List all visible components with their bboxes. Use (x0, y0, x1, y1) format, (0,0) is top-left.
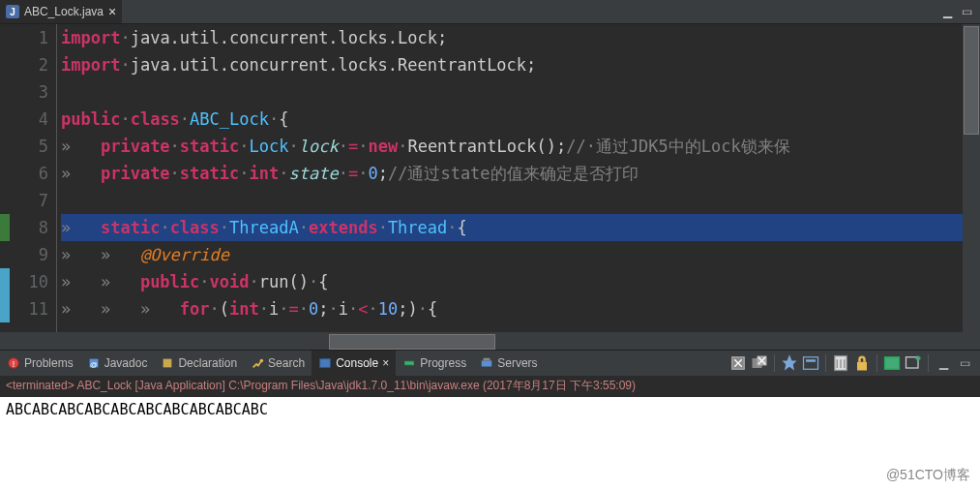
panel-tab-label: Progress (420, 356, 466, 370)
svg-rect-9 (484, 358, 490, 361)
panel-tab-label: Servers (497, 356, 537, 370)
panel-tab-search[interactable]: Search (244, 351, 312, 376)
svg-rect-8 (482, 360, 492, 366)
remove-launch-icon[interactable] (728, 353, 748, 373)
line-number: 9 (0, 241, 48, 268)
svg-rect-4 (163, 359, 172, 368)
java-file-icon: J (6, 5, 19, 18)
svg-text:!: ! (13, 359, 15, 369)
panel-tab-label: Search (268, 356, 305, 370)
panel-tab-progress[interactable]: Progress (396, 351, 473, 376)
vertical-scrollbar[interactable] (963, 24, 980, 332)
code-line[interactable]: public·class·ABC_Lock·{ (61, 106, 963, 133)
clear-console-icon[interactable] (831, 353, 850, 373)
code-line[interactable]: » private·static·int·state·=·0;//通过state… (61, 160, 963, 187)
window-buttons: ▁ ▭ (939, 5, 980, 18)
console-status: <terminated> ABC_Lock [Java Application]… (0, 376, 980, 397)
panel-tab-declaration[interactable]: Declaration (154, 351, 244, 376)
code-line[interactable] (61, 187, 963, 214)
code-area[interactable]: import·java.util.concurrent.locks.Lock;i… (57, 24, 963, 332)
maximize-panel-icon[interactable]: ▭ (955, 353, 974, 373)
code-line[interactable]: » » » for·(int·i·=·0;·i·<·10;)·{ (61, 295, 963, 322)
panel-tab-servers[interactable]: Servers (473, 351, 544, 376)
svg-rect-16 (857, 362, 867, 371)
svg-rect-14 (806, 359, 816, 362)
maximize-icon[interactable]: ▭ (959, 5, 974, 18)
remove-all-icon[interactable] (750, 353, 769, 373)
code-line[interactable]: » static·class·ThreadA·extends·Thread·{ (61, 214, 963, 241)
panel-tab-label: Console (336, 356, 378, 370)
line-number: 3 (0, 78, 48, 106)
panel-tabbar: !Problems@JavadocDeclarationSearchConsol… (0, 350, 980, 376)
editor-tab[interactable]: J ABC_Lock.java × (0, 0, 122, 23)
code-line[interactable]: » » @Override (61, 241, 963, 268)
panel-tab-label: Javadoc (104, 356, 148, 370)
minimize-icon[interactable]: ▁ (939, 5, 955, 18)
panel-tab-label: Declaration (178, 356, 237, 370)
line-number: 1 (0, 24, 48, 51)
close-icon[interactable]: × (108, 4, 116, 19)
svg-rect-13 (804, 357, 818, 370)
panel-tab-console[interactable]: Console × (312, 351, 396, 376)
svg-rect-7 (405, 361, 414, 365)
open-console-icon[interactable] (882, 353, 902, 373)
svg-point-5 (260, 359, 264, 363)
svg-rect-6 (320, 359, 331, 368)
scroll-thumb[interactable] (964, 26, 979, 135)
minimize-panel-icon[interactable]: ▁ (934, 353, 953, 373)
horizontal-scrollbar[interactable] (0, 332, 980, 350)
editor-tabbar: J ABC_Lock.java × ▁ ▭ (0, 0, 980, 24)
close-icon[interactable]: × (382, 356, 389, 370)
scroll-lock-icon[interactable] (852, 353, 872, 373)
panel-tab-javadoc[interactable]: @Javadoc (80, 351, 155, 376)
code-line[interactable]: import·java.util.concurrent.locks.Lock; (61, 24, 963, 51)
line-number: 5 (0, 133, 48, 160)
pin-console-icon[interactable] (780, 353, 799, 373)
scroll-thumb[interactable] (329, 334, 495, 350)
line-number: 2 (0, 51, 48, 78)
code-editor[interactable]: 1234567891011 import·java.util.concurren… (0, 24, 980, 332)
console-toolbar: ▁ ▭ (728, 353, 980, 373)
new-console-icon[interactable] (904, 353, 923, 373)
code-line[interactable]: » private·static·Lock·lock·=·new·Reentra… (61, 133, 963, 160)
ruler-marker (0, 214, 10, 241)
line-number: 6 (0, 160, 48, 187)
ruler-marker (0, 268, 10, 322)
panel-tab-label: Problems (24, 356, 74, 370)
tab-title: ABC_Lock.java (24, 5, 104, 18)
watermark: @51CTO博客 (886, 467, 970, 484)
display-selected-icon[interactable] (801, 353, 820, 373)
code-line[interactable]: import·java.util.concurrent.locks.Reentr… (61, 51, 963, 78)
code-line[interactable] (61, 78, 963, 106)
console-output[interactable]: ABCABCABCABCABCABCABCABCABCABC (0, 397, 980, 490)
panel-tab-problems[interactable]: !Problems (0, 351, 80, 376)
svg-rect-17 (885, 357, 900, 370)
code-line[interactable]: » » public·void·run()·{ (61, 268, 963, 295)
line-number: 7 (0, 187, 48, 214)
line-number: 4 (0, 106, 48, 133)
svg-text:@: @ (90, 360, 98, 369)
